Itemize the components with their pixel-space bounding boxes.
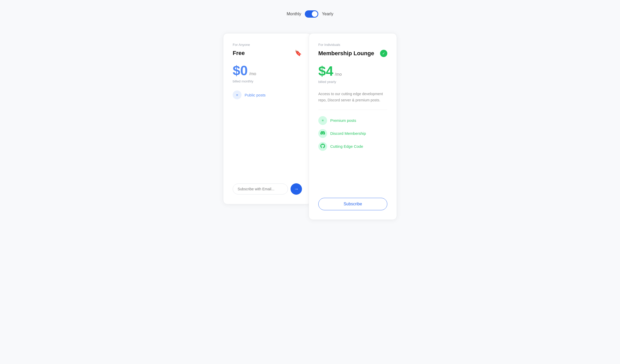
- discord-icon-wrap: [318, 129, 327, 138]
- free-title-row: Free 🔖: [233, 50, 302, 57]
- premium-feature-discord: Discord Membership: [318, 129, 387, 138]
- premium-feature-posts: ≡ Premium posts: [318, 116, 387, 125]
- premium-card-footer: Subscribe: [318, 198, 387, 210]
- pricing-cards: For Anyone Free 🔖 $0 /mo billed monthly …: [223, 33, 397, 220]
- billing-toggle[interactable]: Monthly Yearly: [287, 10, 333, 18]
- toggle-thumb: [312, 11, 318, 17]
- free-card-footer: →: [233, 183, 302, 195]
- premium-card: For Individuals Membership Lounge ✓ $4 /…: [309, 33, 397, 220]
- premium-posts-icon-wrap: ≡: [318, 116, 327, 125]
- free-title: Free: [233, 50, 245, 57]
- free-tier-label: For Anyone: [233, 43, 302, 47]
- monthly-label: Monthly: [287, 12, 301, 16]
- premium-title: Membership Lounge: [318, 50, 374, 57]
- lines-icon: ≡: [236, 93, 238, 97]
- free-price: $0: [233, 64, 248, 77]
- subscribe-button[interactable]: Subscribe: [318, 198, 387, 210]
- cutting-edge-code-label: Cutting Edge Code: [330, 144, 363, 149]
- github-icon: [320, 144, 325, 149]
- free-billing-note: billed monthly: [233, 79, 302, 83]
- github-icon-wrap: [318, 142, 327, 151]
- subscribe-input-row: →: [233, 183, 302, 195]
- free-card: For Anyone Free 🔖 $0 /mo billed monthly …: [223, 33, 311, 204]
- free-feature-public-posts: ≡ Public posts: [233, 90, 302, 99]
- premium-feature-code: Cutting Edge Code: [318, 142, 387, 151]
- yearly-label: Yearly: [322, 12, 333, 16]
- premium-price-row: $4 /mo: [318, 64, 387, 78]
- email-input[interactable]: [233, 184, 288, 194]
- billing-toggle-track[interactable]: [305, 10, 318, 18]
- discord-label: Discord Membership: [330, 131, 366, 136]
- premium-description: Access to our cutting edge development r…: [318, 91, 387, 103]
- free-price-row: $0 /mo: [233, 64, 302, 77]
- verified-icon: ✓: [380, 50, 387, 57]
- premium-title-row: Membership Lounge ✓: [318, 50, 387, 57]
- premium-price: $4: [318, 64, 333, 78]
- subscribe-arrow-button[interactable]: →: [291, 183, 302, 195]
- discord-icon: [320, 131, 325, 136]
- premium-period: /mo: [335, 72, 342, 77]
- premium-billing-note: billed yearly: [318, 80, 387, 84]
- feature-divider: [318, 110, 387, 110]
- bookmark-icon: 🔖: [295, 50, 302, 57]
- public-posts-label: Public posts: [245, 93, 266, 97]
- public-posts-icon-wrap: ≡: [233, 90, 242, 99]
- premium-tier-label: For Individuals: [318, 43, 387, 47]
- arrow-icon: →: [294, 187, 299, 191]
- free-period: /mo: [249, 72, 256, 76]
- premium-posts-label: Premium posts: [330, 118, 356, 123]
- premium-posts-lines-icon: ≡: [322, 118, 324, 122]
